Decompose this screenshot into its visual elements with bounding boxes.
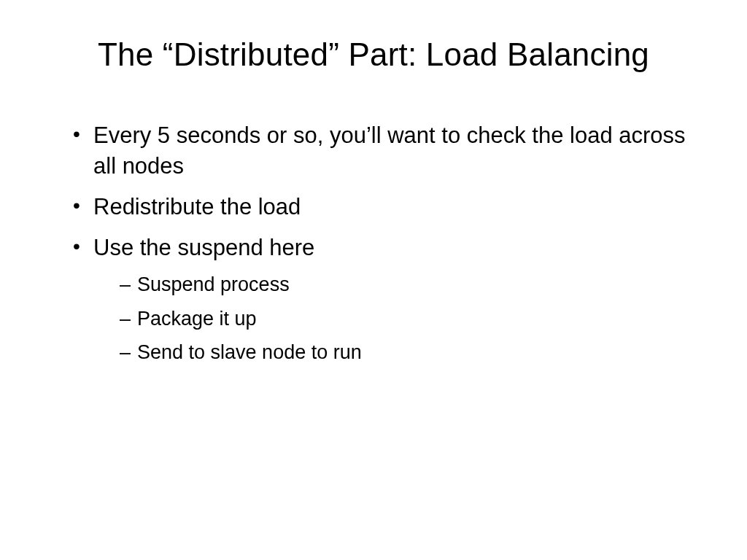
sub-bullet-item: Send to slave node to run <box>120 339 696 365</box>
slide-container: The “Distributed” Part: Load Balancing E… <box>0 0 747 560</box>
sub-bullet-item: Suspend process <box>120 271 696 298</box>
bullet-text: Use the suspend here <box>93 235 314 260</box>
bullet-item: Every 5 seconds or so, you’ll want to ch… <box>73 120 696 182</box>
bullet-list: Every 5 seconds or so, you’ll want to ch… <box>51 120 696 366</box>
bullet-text: Redistribute the load <box>93 194 301 219</box>
bullet-text: Every 5 seconds or so, you’ll want to ch… <box>93 122 686 179</box>
sub-bullet-text: Send to slave node to run <box>137 341 362 363</box>
slide-title: The “Distributed” Part: Load Balancing <box>51 36 696 73</box>
sub-bullet-text: Package it up <box>137 308 257 330</box>
bullet-item: Redistribute the load <box>73 192 696 222</box>
sub-bullet-item: Package it up <box>120 306 696 332</box>
bullet-item: Use the suspend here Suspend process Pac… <box>73 233 696 366</box>
sub-bullet-list: Suspend process Package it up Send to sl… <box>93 271 696 365</box>
sub-bullet-text: Suspend process <box>137 273 290 295</box>
